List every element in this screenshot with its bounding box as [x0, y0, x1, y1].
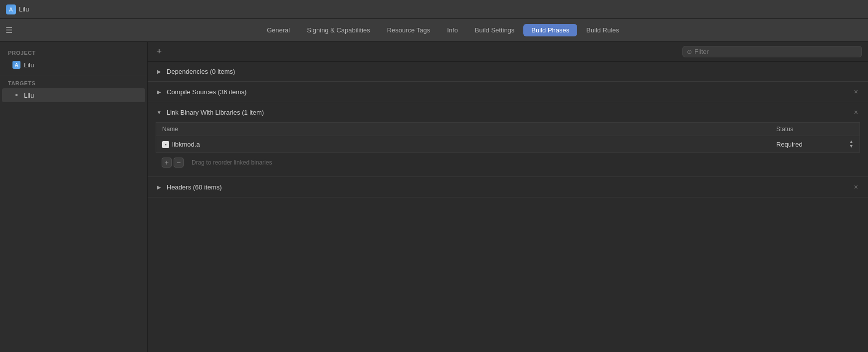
phase-compile-sources-title: Compile Sources (36 items) — [167, 88, 246, 96]
status-stepper[interactable]: ▲ ▼ — [849, 140, 854, 149]
tab-build-settings[interactable]: Build Settings — [467, 24, 523, 36]
remove-library-button[interactable]: − — [174, 158, 184, 168]
phase-compile-sources: ▶ Compile Sources (36 items) × — [148, 82, 868, 102]
add-remove-row: + − Drag to reorder linked binaries — [156, 153, 860, 173]
sidebar-divider — [0, 75, 147, 75]
lib-status-value: Required — [776, 141, 803, 148]
phase-headers: ▶ Headers (60 items) × — [148, 177, 868, 197]
tabbar: ☰ General Signing & Capabilities Resourc… — [0, 19, 868, 42]
link-binary-table: Name Status ▪ libkmod.a — [156, 122, 860, 153]
drag-hint-label: Drag to reorder linked binaries — [192, 159, 272, 166]
add-library-button[interactable]: + — [162, 158, 172, 168]
phase-link-binary-content: Name Status ▪ libkmod.a — [148, 122, 868, 176]
col-header-status: Status — [770, 123, 860, 136]
phase-dependencies: ▶ Dependencies (0 items) — [148, 62, 868, 82]
content-toolbar: + ⊙ — [148, 42, 868, 62]
phase-link-binary-title: Link Binary With Libraries (1 item) — [167, 109, 264, 116]
tab-general[interactable]: General — [259, 24, 298, 36]
phase-compile-sources-close-button[interactable]: × — [852, 88, 860, 96]
phase-link-binary-header[interactable]: ▼ Link Binary With Libraries (1 item) × — [148, 102, 868, 122]
content-area: + ⊙ ▶ Dependencies (0 items) ▶ Compile S… — [148, 42, 868, 352]
app-icon: A — [6, 4, 16, 14]
target-icon: ▪ — [12, 91, 21, 100]
add-phase-button[interactable]: + — [154, 46, 165, 57]
sidebar-item-project[interactable]: A Lilu — [2, 58, 145, 72]
titlebar: A Lilu — [0, 0, 868, 19]
project-icon: A — [12, 60, 21, 69]
project-item-label: Lilu — [24, 61, 34, 69]
phase-headers-close-button[interactable]: × — [852, 183, 860, 191]
tab-signing[interactable]: Signing & Capabilities — [299, 24, 378, 36]
sidebar-item-target-lilu[interactable]: ▪ Lilu — [2, 88, 145, 102]
lib-name-cell: ▪ libkmod.a — [156, 136, 770, 153]
phase-headers-title: Headers (60 items) — [167, 183, 222, 191]
tab-info[interactable]: Info — [439, 24, 466, 36]
phase-dependencies-triangle: ▶ — [156, 68, 163, 75]
main-layout: PROJECT A Lilu TARGETS ▪ Lilu + ⊙ — [0, 42, 868, 352]
project-section-header: PROJECT — [0, 48, 147, 58]
filter-input[interactable] — [694, 48, 858, 55]
table-row: ▪ libkmod.a Required ▲ ▼ — [156, 136, 860, 153]
phase-link-binary-triangle: ▼ — [156, 109, 163, 116]
sidebar: PROJECT A Lilu TARGETS ▪ Lilu — [0, 42, 148, 352]
phase-compile-sources-header[interactable]: ▶ Compile Sources (36 items) × — [148, 82, 868, 102]
tab-build-rules[interactable]: Build Rules — [578, 24, 627, 36]
phase-dependencies-title: Dependencies (0 items) — [167, 68, 235, 75]
stepper-down-icon: ▼ — [849, 144, 854, 149]
app-title: Lilu — [19, 5, 29, 13]
phase-headers-triangle: ▶ — [156, 183, 163, 190]
lib-name-label: libkmod.a — [172, 141, 200, 148]
phase-link-binary: ▼ Link Binary With Libraries (1 item) × … — [148, 102, 868, 177]
lib-icon: ▪ libkmod.a — [162, 141, 200, 148]
file-icon: ▪ — [162, 141, 169, 148]
filter-icon: ⊙ — [687, 48, 692, 55]
col-header-name: Name — [156, 123, 770, 136]
sidebar-toggle-button[interactable]: ☰ — [2, 23, 16, 37]
target-item-label: Lilu — [24, 92, 34, 99]
lib-status-cell: Required ▲ ▼ — [770, 136, 860, 153]
targets-section-header: TARGETS — [0, 78, 147, 88]
phase-link-binary-close-button[interactable]: × — [852, 108, 860, 116]
phase-dependencies-header[interactable]: ▶ Dependencies (0 items) — [148, 62, 868, 81]
tab-build-phases[interactable]: Build Phases — [523, 24, 577, 36]
phase-compile-sources-triangle: ▶ — [156, 88, 163, 95]
filter-container: ⊙ — [682, 46, 862, 57]
tab-resource-tags[interactable]: Resource Tags — [379, 24, 438, 36]
phase-headers-header[interactable]: ▶ Headers (60 items) × — [148, 177, 868, 197]
tab-bar-tabs: General Signing & Capabilities Resource … — [20, 24, 866, 36]
